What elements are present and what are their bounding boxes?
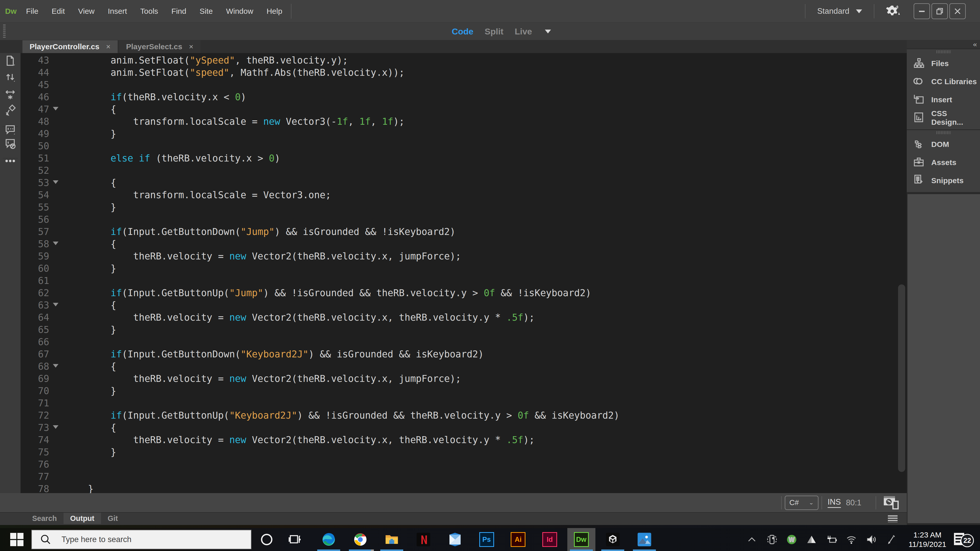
code-line[interactable]: 67 if(Input.GetButtonDown("Keyboard2J") … — [21, 348, 619, 360]
more-options-icon[interactable] — [4, 155, 16, 168]
taskbar-app-indesign[interactable]: Id — [536, 528, 564, 551]
notification-center-button[interactable]: 22 — [953, 532, 974, 547]
collapse-panels-button[interactable]: ‹‹ — [907, 40, 980, 48]
restore-button[interactable] — [932, 3, 948, 19]
panel-button-insert[interactable]: Insert — [907, 91, 980, 109]
code-line[interactable]: 76 — [21, 458, 619, 471]
code-line[interactable]: 59 theRB.velocity = new Vector2(theRB.ve… — [21, 250, 619, 262]
taskbar-search-box[interactable]: Type here to search — [32, 530, 251, 549]
your-phone-icon[interactable] — [765, 534, 778, 546]
code-line[interactable]: 73 { — [21, 422, 619, 434]
taskbar-app-mail[interactable] — [441, 528, 469, 551]
cortana-button[interactable] — [254, 528, 280, 551]
code-line[interactable]: 43 anim.SetFloat("ySpeed", theRB.velocit… — [21, 54, 619, 67]
code-line[interactable]: 50 — [21, 140, 619, 152]
panel-button-cc-libraries[interactable]: CC Libraries — [907, 73, 980, 91]
split-view-button[interactable]: Split — [485, 27, 504, 37]
code-line[interactable]: 54 transform.localScale = Vector3.one; — [21, 189, 619, 201]
code-line[interactable]: 75 } — [21, 446, 619, 458]
panel-tab-search[interactable]: Search — [25, 513, 64, 524]
find-replace-icon[interactable] — [4, 89, 16, 102]
panel-button-files[interactable]: Files — [907, 54, 980, 73]
code-line[interactable]: 69 theRB.velocity = new Vector2(theRB.ve… — [21, 373, 619, 385]
code-line[interactable]: 45 — [21, 79, 619, 91]
taskbar-app-chrome[interactable] — [346, 528, 374, 551]
volume-icon[interactable] — [865, 534, 877, 546]
code-line[interactable]: 68 { — [21, 360, 619, 373]
fold-arrow-icon[interactable] — [53, 180, 59, 184]
menu-help[interactable]: Help — [260, 7, 289, 16]
taskbar-clock[interactable]: 1:23 AM 11/19/2021 — [908, 530, 946, 549]
live-view-dropdown-icon[interactable] — [545, 30, 551, 33]
code-line[interactable]: 57 if(Input.GetButtonDown("Jump") && isG… — [21, 226, 619, 238]
menu-window[interactable]: Window — [220, 7, 260, 16]
code-line[interactable]: 55 } — [21, 201, 619, 213]
menu-view[interactable]: View — [72, 7, 101, 16]
code-line[interactable]: 62 if(Input.GetButtonUp("Jump") && !isGr… — [21, 287, 619, 299]
chevron-up-icon[interactable] — [746, 534, 758, 546]
code-line[interactable]: 44 anim.SetFloat("speed", Mathf.Abs(theR… — [21, 67, 619, 79]
panel-button-assets[interactable]: Assets — [907, 153, 980, 171]
menu-file[interactable]: File — [19, 7, 45, 16]
code-line[interactable]: 70 } — [21, 385, 619, 397]
panel-group-grip[interactable] — [907, 130, 980, 135]
code-line[interactable]: 53 { — [21, 177, 619, 189]
remove-comment-icon[interactable] — [4, 138, 16, 151]
taskbar-app-unity[interactable] — [599, 528, 627, 551]
code-line[interactable]: 71 — [21, 397, 619, 410]
taskbar-app-illustrator[interactable]: Ai — [504, 528, 532, 551]
code-line[interactable]: 72 if(Input.GetButtonUp("Keyboard2J") &&… — [21, 410, 619, 422]
apply-format-icon[interactable] — [4, 104, 16, 118]
code-view-button[interactable]: Code — [452, 27, 473, 37]
menu-edit[interactable]: Edit — [45, 7, 72, 16]
document-tab[interactable]: PlayerController.cs× — [22, 40, 118, 53]
fold-arrow-icon[interactable] — [53, 107, 59, 110]
menu-find[interactable]: Find — [165, 7, 193, 16]
menu-tools[interactable]: Tools — [134, 7, 165, 16]
live-view-button[interactable]: Live — [515, 27, 532, 37]
webroot-icon[interactable]: W — [786, 534, 798, 546]
code-line[interactable]: 51 else if (theRB.velocity.x > 0) — [21, 152, 619, 165]
code-line[interactable]: 61 — [21, 275, 619, 287]
code-line[interactable]: 56 — [21, 213, 619, 226]
apply-comment-icon[interactable] — [4, 124, 16, 137]
taskbar-app-photos[interactable] — [630, 528, 659, 551]
code-editor[interactable]: 43 anim.SetFloat("ySpeed", theRB.velocit… — [21, 53, 907, 493]
task-view-button[interactable] — [282, 528, 307, 551]
fold-arrow-icon[interactable] — [53, 241, 59, 245]
code-line[interactable]: 58 { — [21, 238, 619, 250]
code-line[interactable]: 66 — [21, 336, 619, 348]
code-line[interactable]: 74 theRB.velocity = new Vector2(theRB.ve… — [21, 434, 619, 446]
code-line[interactable]: 48 transform.localScale = new Vector3(-1… — [21, 116, 619, 128]
code-line[interactable]: 60 } — [21, 262, 619, 275]
taskbar-app-dreamweaver[interactable]: Dw — [567, 528, 595, 551]
taskbar-app-edge[interactable] — [315, 528, 343, 551]
close-button[interactable] — [950, 3, 966, 19]
code-line[interactable]: 49 } — [21, 128, 619, 140]
taskbar-app-netflix[interactable] — [409, 528, 438, 551]
panel-button-dom[interactable]: DOM — [907, 135, 980, 153]
panel-menu-icon[interactable] — [888, 515, 897, 522]
panel-tab-output[interactable]: Output — [64, 513, 101, 524]
code-line[interactable]: 77 — [21, 471, 619, 483]
code-line[interactable]: 65 } — [21, 324, 619, 336]
code-line[interactable]: 46 if(theRB.velocity.x < 0) — [21, 91, 619, 103]
workspace-switcher[interactable]: Standard — [805, 6, 874, 16]
language-select[interactable]: C# ⌄ — [785, 495, 818, 510]
open-documents-icon[interactable] — [4, 55, 16, 68]
wifi-icon[interactable] — [845, 534, 858, 546]
fold-arrow-icon[interactable] — [53, 364, 59, 368]
code-line[interactable]: 78 } — [21, 483, 619, 493]
close-tab-icon[interactable]: × — [106, 42, 110, 51]
insert-mode-indicator[interactable]: INS — [828, 497, 841, 508]
code-line[interactable]: 64 theRB.velocity = new Vector2(theRB.ve… — [21, 311, 619, 324]
fold-arrow-icon[interactable] — [53, 303, 59, 306]
pen-icon[interactable] — [885, 534, 897, 546]
minimize-button[interactable] — [914, 3, 930, 19]
panel-tab-git[interactable]: Git — [101, 513, 124, 524]
panel-group-grip[interactable] — [907, 49, 980, 54]
cloud-icon[interactable] — [805, 534, 818, 546]
file-management-icon[interactable] — [4, 71, 16, 84]
start-button[interactable] — [10, 533, 24, 547]
code-line[interactable]: 63 { — [21, 299, 619, 311]
